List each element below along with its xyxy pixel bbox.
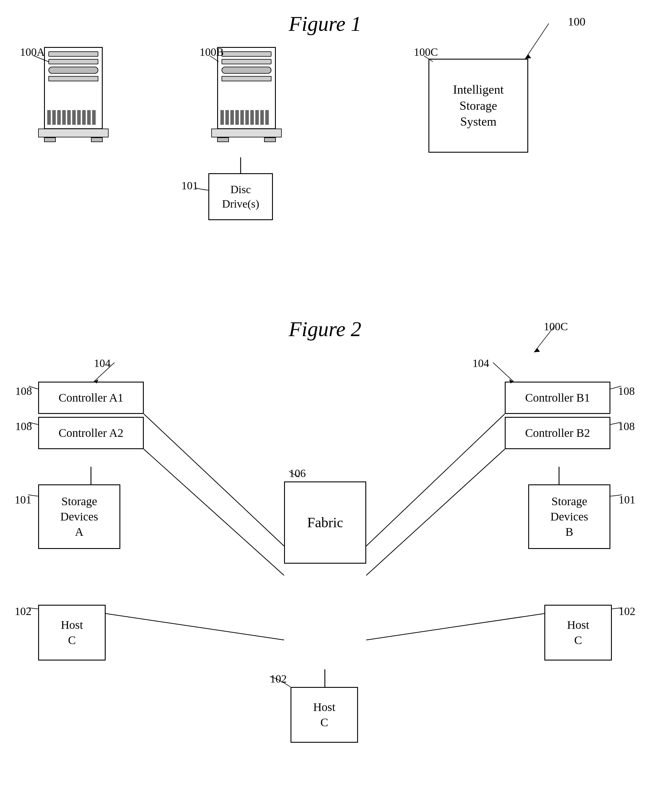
fig2-ref-102-left: 102 [15,605,31,618]
svg-line-13 [366,414,505,546]
box-disc-drive: Disc Drive(s) [209,173,273,220]
fig2-ref-108-b2: 108 [618,420,635,433]
svg-line-16 [106,614,284,640]
box-host-right: Host C [544,605,612,661]
fig2-ref-102-right: 102 [619,605,635,618]
box-iss: Intelligent Storage System [428,59,528,153]
svg-line-7 [493,363,513,382]
page: Figure 1 100 [0,0,650,812]
label-100C: 100C [414,46,438,58]
svg-line-17 [366,614,544,640]
fig2-ref-108-a1: 108 [15,385,32,397]
box-ctrl-a2: Controller A2 [38,417,144,449]
box-host-mid: Host C [291,687,358,743]
fig2-ref-101-left: 101 [15,493,31,506]
svg-line-11 [144,414,284,546]
label-100A: 100A [20,46,45,58]
svg-line-14 [366,449,505,575]
fig2-ref-104-right: 104 [472,357,489,369]
tower-100A [38,47,108,142]
fig2-ref-106: 106 [289,467,306,480]
figure1-title: Figure 1 [0,12,650,36]
label-101: 101 [181,179,198,192]
svg-marker-2 [525,54,531,59]
fig2-ref-104-left: 104 [94,357,111,369]
box-storage-b: Storage Devices B [528,484,610,549]
fig2-ref-108-a2: 108 [15,420,32,433]
box-host-left: Host C [38,605,106,661]
fig2-ref-102-mid: 102 [270,672,287,685]
box-ctrl-b2: Controller B2 [505,417,610,449]
fig2-ref-108-b1: 108 [618,385,635,397]
tower-100B [211,47,282,142]
ref-100: 100 [568,15,585,29]
fig2-ref-100C: 100C [544,320,568,333]
box-ctrl-b1: Controller B1 [505,382,610,414]
box-storage-a: Storage Devices A [38,484,120,549]
fig2-ref-101-right: 101 [619,493,635,506]
svg-marker-4 [534,348,540,352]
box-ctrl-a1: Controller A1 [38,382,144,414]
box-fabric: Fabric [284,481,366,564]
label-100B: 100B [199,46,224,58]
svg-line-12 [144,449,284,575]
